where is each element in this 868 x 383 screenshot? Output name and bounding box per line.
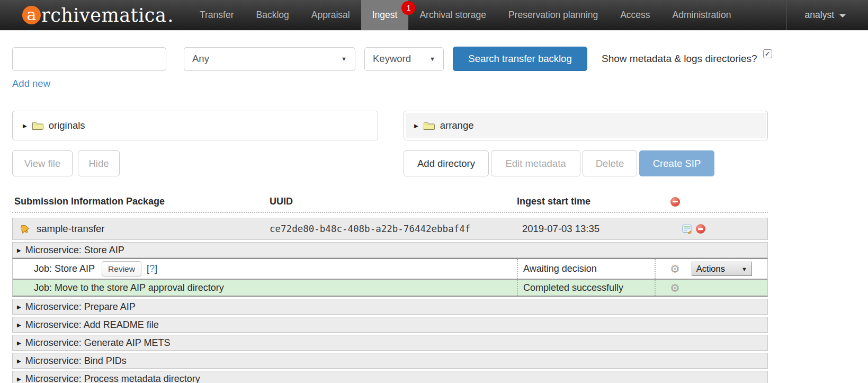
- show-metadata-checkbox[interactable]: ✓: [763, 49, 772, 58]
- gear-icon: ⚙: [670, 282, 680, 293]
- add-directory-button[interactable]: Add directory: [404, 150, 489, 176]
- folder-icon: [32, 121, 44, 130]
- select-arrow-icon: ▼: [341, 56, 347, 62]
- search-field-select[interactable]: Any ▼: [184, 47, 355, 71]
- search-input[interactable]: [12, 47, 166, 71]
- sip-table-header: Submission Information Package UUID Inge…: [12, 196, 768, 213]
- add-new-link[interactable]: Add new: [12, 78, 50, 90]
- user-name: analyst: [805, 10, 834, 21]
- view-file-button[interactable]: View file: [12, 150, 73, 176]
- tab-archival-storage[interactable]: Archival storage: [408, 0, 497, 30]
- logo-period: .: [167, 5, 174, 26]
- microservice-row-generate-aip-mets[interactable]: ▶ Microservice: Generate AIP METS: [12, 335, 768, 351]
- logo-a-icon: a: [22, 6, 41, 24]
- microservice-label: Microservice: Generate AIP METS: [25, 337, 171, 349]
- nav-tabs: Transfer Backlog Appraisal Ingest 1 Arch…: [189, 0, 742, 30]
- jobs-list: Job: Store AIP Review [?] Awaiting decis…: [12, 258, 768, 297]
- user-menu[interactable]: analyst: [786, 0, 868, 30]
- delete-button[interactable]: Delete: [583, 150, 637, 176]
- directory-label: arrange: [440, 120, 474, 131]
- caret-right-icon: ▶: [17, 376, 21, 382]
- header-sip-name: Submission Information Package: [12, 196, 270, 207]
- search-transfer-backlog-button[interactable]: Search transfer backlog: [453, 47, 587, 71]
- microservice-label: Microservice: Prepare AIP: [25, 301, 136, 313]
- arrange-directory-row[interactable]: ▶ arrange: [406, 113, 766, 138]
- caret-right-icon: ▶: [17, 304, 21, 310]
- gear-icon: ⚙: [670, 263, 680, 274]
- remove-sip-icon[interactable]: [696, 224, 705, 234]
- sip-uuid: ce72de80-b48c-408b-a22b-76442ebbaf4f: [270, 224, 517, 234]
- caret-right-icon: ▶: [17, 358, 21, 364]
- header-uuid: UUID: [270, 196, 517, 207]
- check-icon: ✓: [765, 50, 771, 58]
- edit-metadata-icon[interactable]: [682, 224, 692, 234]
- search-form: Any ▼ Keyword ▼ Search transfer backlog …: [12, 47, 868, 71]
- caret-right-icon: ▶: [17, 322, 21, 328]
- help-link[interactable]: [?]: [147, 263, 157, 274]
- tab-appraisal[interactable]: Appraisal: [300, 0, 361, 30]
- job-label: Job: Store AIP: [34, 263, 95, 274]
- tab-administration[interactable]: Administration: [661, 0, 742, 30]
- originals-directory-row[interactable]: ▶ originals: [13, 111, 378, 140]
- folder-icon: [423, 121, 435, 130]
- caret-right-icon: ▶: [17, 340, 21, 346]
- file-browsers: ▶ originals ▶ arrange: [12, 111, 868, 140]
- caret-right-icon: ▶: [17, 247, 21, 253]
- select-arrow-icon: ▼: [429, 56, 435, 62]
- edit-metadata-button[interactable]: Edit metadata: [491, 150, 580, 176]
- sip-name-cell: sample-transfer: [13, 222, 270, 235]
- sip-table: Submission Information Package UUID Inge…: [12, 196, 768, 383]
- arrange-panel: ▶ arrange: [404, 111, 768, 140]
- microservice-row-add-readme[interactable]: ▶ Microservice: Add README file: [12, 317, 768, 333]
- tab-ingest[interactable]: Ingest 1: [361, 0, 409, 30]
- select-arrow-icon: ▼: [741, 266, 747, 272]
- tab-backlog[interactable]: Backlog: [245, 0, 300, 30]
- microservice-label: Microservice: Store AIP: [25, 245, 124, 256]
- directory-label: originals: [49, 120, 85, 131]
- microservice-label: Microservice: Process metadata directory: [25, 373, 200, 383]
- tab-access[interactable]: Access: [609, 0, 661, 30]
- tab-transfer[interactable]: Transfer: [189, 0, 245, 30]
- caret-right-icon: ▶: [23, 123, 27, 129]
- sip-start-time: 2019-07-03 13:35: [517, 223, 655, 235]
- sip-name: sample-transfer: [37, 223, 105, 235]
- header-ingest-start-time: Ingest start time: [517, 196, 655, 207]
- job-row-move-to-approval: Job: Move to the store AIP approval dire…: [13, 279, 767, 296]
- remove-all-icon[interactable]: [670, 197, 680, 207]
- top-nav: archivematica. Transfer Backlog Appraisa…: [0, 0, 868, 31]
- page-content: Any ▼ Keyword ▼ Search transfer backlog …: [0, 47, 868, 383]
- hide-button[interactable]: Hide: [78, 150, 120, 176]
- create-sip-button[interactable]: Create SIP: [639, 150, 714, 176]
- microservice-row-process-metadata-directory[interactable]: ▶ Microservice: Process metadata directo…: [12, 371, 768, 383]
- question-mark-icon: ?: [149, 263, 155, 274]
- job-actions-select[interactable]: Actions ▼: [692, 262, 752, 276]
- show-metadata-label: Show metadata & logs directories?: [602, 53, 757, 65]
- job-status: Completed successfully: [517, 280, 655, 296]
- job-status: Awaiting decision: [517, 259, 655, 279]
- caret-down-icon: [839, 14, 846, 17]
- microservice-row-store-aip[interactable]: ▶ Microservice: Store AIP: [12, 242, 768, 258]
- review-button[interactable]: Review: [102, 261, 141, 277]
- originals-panel: ▶ originals: [12, 111, 378, 140]
- logo-text: rchivematica: [41, 5, 166, 26]
- caret-right-icon: ▶: [414, 123, 418, 129]
- microservice-label: Microservice: Bind PIDs: [25, 355, 127, 367]
- sip-row: sample-transfer ce72de80-b48c-408b-a22b-…: [12, 218, 768, 240]
- archivematica-logo[interactable]: archivematica.: [0, 0, 189, 30]
- job-row-store-aip: Job: Store AIP Review [?] Awaiting decis…: [13, 259, 767, 279]
- microservice-label: Microservice: Add README file: [25, 319, 159, 331]
- microservice-row-bind-pids[interactable]: ▶ Microservice: Bind PIDs: [12, 353, 768, 369]
- job-label: Job: Move to the store AIP approval dire…: [34, 282, 224, 293]
- microservice-row-prepare-aip[interactable]: ▶ Microservice: Prepare AIP: [12, 299, 768, 315]
- search-type-select[interactable]: Keyword ▼: [364, 47, 444, 71]
- tab-preservation-planning[interactable]: Preservation planning: [497, 0, 609, 30]
- browser-actions: View file Hide Add directory Edit metada…: [12, 150, 868, 176]
- sip-bell-icon: [19, 222, 31, 235]
